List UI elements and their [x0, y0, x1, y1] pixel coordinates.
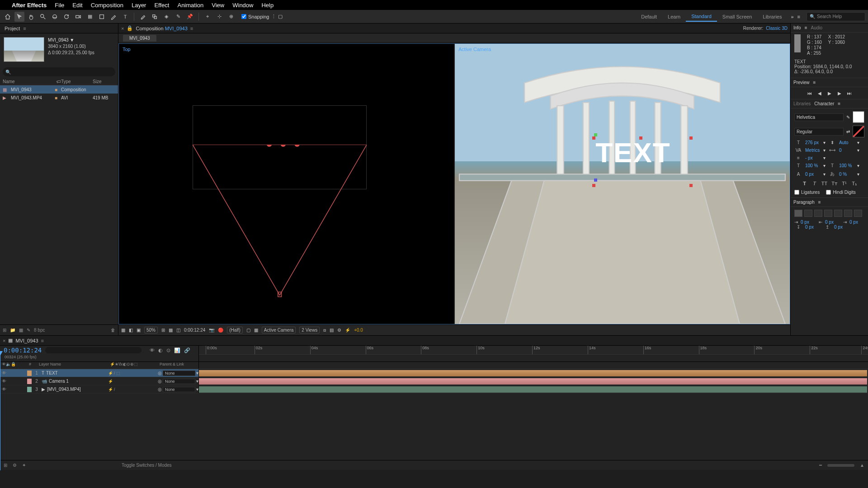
panel-menu-icon[interactable]: ≡	[838, 101, 840, 106]
camera-dropdown[interactable]: Active Camera	[262, 327, 296, 333]
space-before[interactable]: 0 px	[805, 225, 821, 230]
last-frame-button[interactable]: ⏭	[846, 90, 853, 96]
shape-tool[interactable]	[97, 12, 107, 22]
adjust-icon[interactable]: ✎	[27, 328, 30, 333]
indent-first[interactable]: 0 px	[849, 220, 865, 225]
text-tool[interactable]: T	[120, 12, 130, 22]
menu-edit[interactable]: Edit	[72, 2, 82, 9]
brainstorm-icon[interactable]: 🔗	[184, 347, 190, 353]
first-frame-button[interactable]: ⏮	[806, 90, 813, 96]
layer-bar[interactable]	[199, 386, 867, 393]
smallcaps-button[interactable]: Tᴛ	[830, 180, 839, 187]
project-item[interactable]: ▦ MVI_0943 ■ Composition	[0, 85, 118, 94]
workspace-standard[interactable]: Standard	[686, 12, 717, 22]
paragraph-tab[interactable]: Paragraph	[793, 200, 815, 205]
pickwhip-icon[interactable]: ◎	[158, 387, 162, 392]
swap-icon[interactable]: ⇄	[846, 129, 850, 134]
lock-icon[interactable]: 🔒	[127, 25, 133, 31]
justify-right-button[interactable]	[844, 210, 852, 217]
libraries-tab[interactable]: Libraries	[793, 101, 811, 106]
toggle-switches-button[interactable]: Toggle Switches / Modes	[122, 463, 172, 468]
layer-bar[interactable]	[199, 378, 867, 385]
grid-icon[interactable]: ▦	[169, 328, 173, 333]
text-layer-overlay[interactable]: TEXT	[595, 136, 670, 169]
justify-center-button[interactable]	[834, 210, 842, 217]
font-size-value[interactable]: 276 px	[805, 140, 821, 145]
snapshot-icon[interactable]: 📷	[209, 328, 214, 333]
exposure-value[interactable]: +0.0	[354, 328, 363, 333]
bold-button[interactable]: T	[801, 180, 809, 187]
caps-button[interactable]: TT	[821, 180, 829, 187]
res-icon[interactable]: ⊞	[161, 328, 165, 333]
workspace-overflow-icon[interactable]: »	[787, 14, 797, 19]
tracking-value[interactable]: 0	[839, 148, 854, 153]
panel-menu-icon[interactable]: ≡	[190, 26, 193, 31]
clone-tool[interactable]	[150, 12, 160, 22]
label-color[interactable]	[27, 379, 32, 384]
hindi-checkbox[interactable]: Hindi Digits	[826, 190, 856, 195]
menu-view[interactable]: View	[212, 2, 224, 9]
fastpreview-icon[interactable]: ⚡	[345, 328, 350, 333]
preview-tab[interactable]: Preview	[793, 80, 810, 85]
leading-value[interactable]: Auto	[839, 140, 854, 145]
indent-left[interactable]: 0 px	[801, 220, 816, 225]
timeline-zoom-slider[interactable]	[827, 464, 854, 467]
expand-icon[interactable]: ⊞	[4, 463, 7, 468]
resolution-dropdown[interactable]: (Half)	[227, 327, 242, 333]
character-tab[interactable]: Character	[814, 101, 834, 106]
stroke-swatch[interactable]	[853, 126, 864, 137]
roi-icon[interactable]: ▢	[246, 328, 250, 333]
top-viewport[interactable]: Top	[119, 44, 454, 324]
snapping-toggle[interactable]: Snapping ⋮ ▢	[241, 14, 283, 19]
align-left-button[interactable]	[794, 210, 802, 217]
mask-icon[interactable]: ▣	[137, 328, 141, 333]
zoom-in-icon[interactable]: ▲	[860, 463, 864, 468]
hscale-value[interactable]: 100 %	[839, 163, 854, 168]
panel-menu-icon[interactable]: ≡	[23, 26, 26, 31]
eyedropper-icon[interactable]: ✎	[846, 115, 850, 120]
col-type[interactable]: Type	[61, 79, 93, 84]
menu-layer[interactable]: Layer	[132, 2, 146, 9]
visibility-icon[interactable]: 👁	[2, 379, 6, 384]
menu-effect[interactable]: Effect	[154, 2, 169, 9]
color-icon[interactable]: 🔴	[218, 328, 223, 333]
prev-frame-button[interactable]: ◀	[816, 90, 823, 96]
stroke-width-value[interactable]: - px	[805, 155, 821, 160]
label-color[interactable]	[27, 371, 32, 376]
audio-tab[interactable]: Audio	[811, 25, 823, 30]
rotation-tool[interactable]	[61, 12, 71, 22]
puppet-tool[interactable]: 📌	[185, 12, 195, 22]
parent-dropdown[interactable]: None	[163, 387, 195, 392]
layer-row[interactable]: 👁 2 📹Camera 1 ⚡ ◎None▾	[0, 377, 868, 385]
workspace-libraries[interactable]: Libraries	[757, 12, 787, 21]
col-name[interactable]: Name	[3, 79, 57, 84]
justify-left-button[interactable]	[824, 210, 832, 217]
pen-tool[interactable]	[108, 12, 118, 22]
snap-opt2-icon[interactable]: ▢	[278, 14, 283, 19]
folder-icon[interactable]: 📁	[10, 328, 15, 333]
ligatures-checkbox[interactable]: Ligatures	[794, 190, 820, 195]
axis-local-icon[interactable]: ⌖	[203, 12, 212, 22]
parent-dropdown[interactable]: None	[163, 379, 195, 384]
align-center-button[interactable]	[804, 210, 812, 217]
comp-thumbnail[interactable]	[4, 37, 44, 62]
camera-viewport[interactable]: Active Camera TEXT	[455, 44, 790, 324]
next-frame-button[interactable]: ▶	[836, 90, 843, 96]
axis-view-icon[interactable]: ⊕	[226, 12, 236, 22]
superscript-button[interactable]: T¹	[840, 180, 849, 187]
menu-help[interactable]: Help	[261, 2, 274, 9]
3d-icon[interactable]: ⧈	[323, 328, 326, 333]
vscale-value[interactable]: 100 %	[805, 163, 821, 168]
current-timecode[interactable]: 0:00:12:24	[4, 347, 42, 354]
interpret-icon[interactable]: ⊞	[3, 328, 6, 333]
project-search[interactable]: 🔍	[3, 67, 115, 76]
visibility-icon[interactable]: 👁	[2, 387, 6, 392]
selection-handle[interactable]	[592, 184, 595, 187]
motion-blur-icon[interactable]: ⊙	[166, 347, 170, 353]
brush-tool[interactable]	[138, 12, 148, 22]
camera-tool[interactable]	[73, 12, 83, 22]
menu-file[interactable]: File	[55, 2, 64, 9]
layer-row[interactable]: 👁 1 TTEXT ⚡/⬚ ◎None▾	[0, 369, 868, 377]
app-name[interactable]: After Effects	[12, 2, 47, 9]
snap-opt-icon[interactable]: ⋮	[271, 14, 276, 19]
